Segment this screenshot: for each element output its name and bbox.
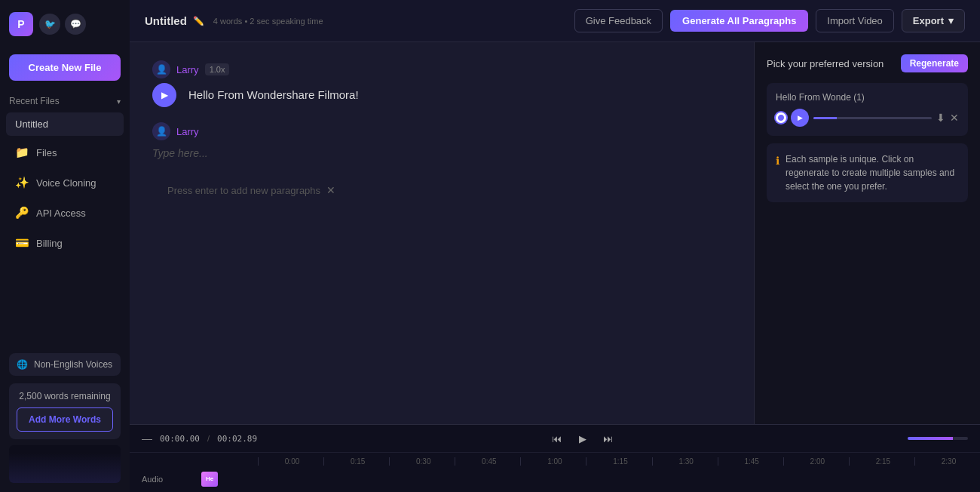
sidebar-preview-area [9, 445, 121, 483]
social-links: 🐦 💬 [39, 14, 86, 35]
timeline-skip-back-button[interactable]: ⏮ [548, 429, 566, 447]
timeline-total-time: 00:02.89 [217, 434, 257, 444]
paragraph-block-1: 👤 Larry 1.0x ▶ Hello From Wondershare Fi… [152, 60, 731, 107]
ruler-mark-8: 2:00 [783, 457, 849, 466]
export-chevron-icon: ▾ [948, 15, 954, 26]
sidebar-item-label-files: Files [36, 147, 57, 158]
file-title: Untitled [145, 14, 187, 27]
give-feedback-button[interactable]: Give Feedback [574, 9, 663, 32]
timeline-ruler: 0:00 0:15 0:30 0:45 1:00 1:15 1:30 1:45 … [130, 453, 980, 466]
content-panel: 👤 Larry 1.0x ▶ Hello From Wondershare Fi… [130, 42, 754, 424]
info-icon: ℹ [776, 153, 779, 169]
ruler-mark-2: 0:30 [389, 457, 455, 466]
files-icon: 📁 [15, 146, 29, 159]
add-more-words-button[interactable]: Add More Words [17, 407, 113, 432]
voice-cloning-icon: ✨ [15, 176, 29, 189]
sample-controls-1: ▶ ⬇ ✕ [776, 109, 959, 127]
track-label-audio: Audio [137, 475, 190, 484]
timeline-track-audio: Audio He [130, 466, 980, 492]
non-english-voices-button[interactable]: 🌐 Non-English Voices [9, 353, 121, 376]
topbar: Untitled ✏️ 4 words • 2 sec speaking tim… [130, 0, 980, 42]
timeline-bar: — 00:00.00 / 00:02.89 ⏮ ▶ ⏭ 0:00 0:15 0:… [130, 424, 980, 492]
paragraph-text-1[interactable]: Hello From Wondershare Filmora! [188, 86, 359, 104]
sidebar-item-label-voice-cloning: Voice Cloning [36, 177, 96, 189]
ruler-mark-1: 0:15 [323, 457, 389, 466]
speaker-avatar-1: 👤 [152, 60, 170, 78]
play-paragraph-1-button[interactable]: ▶ [152, 83, 176, 107]
speaker-name-2[interactable]: Larry [176, 126, 199, 137]
side-panel-header: Pick your preferred version Regenerate [767, 54, 968, 72]
sidebar-item-voice-cloning[interactable]: ✨ Voice Cloning [5, 168, 125, 197]
ruler-marks: 0:00 0:15 0:30 0:45 1:00 1:15 1:30 1:45 … [258, 457, 980, 466]
info-text: Each sample is unique. Click on regenera… [786, 152, 959, 193]
timeline-skip-forward-button[interactable]: ⏭ [599, 429, 617, 447]
recent-files-header[interactable]: Recent Files ▾ [0, 87, 130, 111]
recent-files-label: Recent Files [9, 96, 60, 106]
ruler-mark-10: 2:30 [914, 457, 980, 466]
audio-clip-1[interactable]: He [201, 472, 218, 487]
sample-progress-bar-1 [813, 117, 932, 119]
sample-radio-1[interactable] [776, 112, 786, 123]
discord-icon[interactable]: 💬 [65, 14, 86, 35]
press-enter-hint: Press enter to add new paragraphs ✕ [152, 177, 731, 204]
topbar-right: Give Feedback Generate All Paragraphs Im… [574, 9, 965, 32]
billing-icon: 💳 [15, 236, 29, 250]
sample-progress-fill-1 [813, 117, 837, 119]
sidebar-item-api-access[interactable]: 🔑 API Access [5, 198, 125, 227]
non-english-icon: 🌐 [17, 359, 28, 370]
timeline-separator: / [207, 434, 210, 443]
words-remaining-text: 2,500 words remaining [17, 391, 113, 401]
recent-file-untitled[interactable]: Untitled [6, 112, 124, 136]
timeline-minus-icon[interactable]: — [142, 432, 152, 444]
paragraph-content-2[interactable]: Type here... [152, 145, 731, 161]
timeline-play-button[interactable]: ▶ [574, 429, 592, 447]
press-enter-text: Press enter to add new paragraphs [167, 185, 320, 196]
paragraph-header-1: 👤 Larry 1.0x [152, 60, 731, 78]
words-remaining-box: 2,500 words remaining Add More Words [9, 383, 121, 439]
regenerate-button[interactable]: Regenerate [901, 54, 968, 72]
main-content: Untitled ✏️ 4 words • 2 sec speaking tim… [130, 0, 980, 492]
side-panel: Pick your preferred version Regenerate H… [754, 42, 980, 424]
editor-area: 👤 Larry 1.0x ▶ Hello From Wondershare Fi… [130, 42, 980, 424]
paragraph-block-2: 👤 Larry Type here... [152, 122, 731, 161]
twitter-icon[interactable]: 🐦 [39, 14, 60, 35]
import-video-button[interactable]: Import Video [816, 9, 893, 32]
side-panel-title: Pick your preferred version [767, 58, 884, 69]
sample-download-icon-1[interactable]: ⬇ [936, 112, 945, 124]
logo-area: P 🐦 💬 [0, 0, 130, 48]
export-label: Export [913, 15, 944, 26]
api-icon: 🔑 [15, 206, 29, 220]
speaker-name-1[interactable]: Larry [176, 64, 199, 75]
ruler-mark-0: 0:00 [258, 457, 323, 466]
speed-badge-1[interactable]: 1.0x [205, 63, 230, 75]
create-new-button[interactable]: Create New File [9, 54, 121, 81]
export-button[interactable]: Export ▾ [902, 9, 965, 32]
sidebar-item-billing[interactable]: 💳 Billing [5, 229, 125, 257]
timeline-current-time: 00:00.00 [160, 434, 200, 444]
type-here-placeholder[interactable]: Type here... [152, 145, 208, 161]
ruler-mark-6: 1:30 [652, 457, 718, 466]
ruler-mark-3: 0:45 [455, 457, 520, 466]
track-content-audio: He [190, 469, 972, 490]
press-enter-close-icon[interactable]: ✕ [326, 184, 335, 196]
info-box: ℹ Each sample is unique. Click on regene… [767, 143, 968, 202]
timeline-volume-fill [908, 437, 953, 440]
file-meta: 4 words • 2 sec speaking time [213, 17, 323, 26]
non-english-label: Non-English Voices [34, 359, 112, 370]
timeline-volume-bar[interactable] [908, 437, 968, 440]
generate-all-paragraphs-button[interactable]: Generate All Paragraphs [670, 10, 808, 32]
topbar-left: Untitled ✏️ 4 words • 2 sec speaking tim… [145, 14, 323, 27]
sample-close-icon-1[interactable]: ✕ [950, 112, 959, 124]
edit-title-icon[interactable]: ✏️ [193, 16, 204, 26]
preview-wave [9, 453, 121, 483]
sample-play-button-1[interactable]: ▶ [791, 109, 809, 127]
sidebar-bottom: 🌐 Non-English Voices 2,500 words remaini… [0, 344, 130, 492]
sample-item-1: Hello From Wonde (1) ▶ ⬇ ✕ [767, 83, 968, 136]
ruler-mark-5: 1:15 [586, 457, 651, 466]
paragraph-header-2: 👤 Larry [152, 122, 731, 140]
ruler-mark-7: 1:45 [718, 457, 783, 466]
sidebar-item-files[interactable]: 📁 Files [5, 138, 125, 167]
timeline-controls: — 00:00.00 / 00:02.89 ⏮ ▶ ⏭ [130, 425, 980, 453]
sidebar: P 🐦 💬 Create New File Recent Files ▾ Unt… [0, 0, 130, 492]
speaker-avatar-2: 👤 [152, 122, 170, 140]
